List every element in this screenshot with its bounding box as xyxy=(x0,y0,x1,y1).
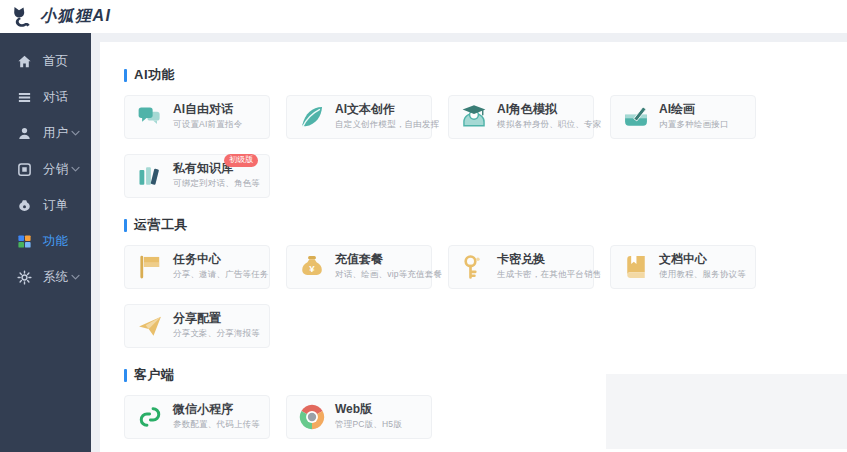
card-web-version[interactable]: Web版 管理PC版、H5版 xyxy=(286,395,432,439)
card-subtitle: 管理PC版、H5版 xyxy=(335,419,402,431)
card-knowledge-base[interactable]: 私有知识库初级版 可绑定到对话、角色等 xyxy=(124,154,270,198)
flag-icon xyxy=(136,253,164,281)
sidebar-item-label: 系统 xyxy=(43,269,68,286)
doc-book-icon xyxy=(622,253,650,281)
card-card-key-redeem[interactable]: 卡密兑换 生成卡密，在其他平台销售 xyxy=(448,245,594,289)
card-texts: 文档中心 使用教程、服务协议等 xyxy=(659,253,746,281)
card-subtitle: 分享文案、分享海报等 xyxy=(173,328,260,340)
paper-plane-icon xyxy=(136,312,164,340)
logo-area: 小狐狸AI xyxy=(10,5,112,29)
card-texts: 充值套餐 对话、绘画、vip等充值套餐 xyxy=(335,253,431,281)
card-subtitle: 可绑定到对话、角色等 xyxy=(173,178,260,190)
card-title: Web版 xyxy=(335,403,372,416)
distribution-icon xyxy=(17,162,32,177)
home-icon xyxy=(17,54,32,69)
sidebar-item-label: 对话 xyxy=(43,89,68,106)
order-bag-icon xyxy=(17,198,32,213)
sidebar-item-system[interactable]: 系统 xyxy=(0,259,91,295)
card-title: 文档中心 xyxy=(659,253,707,266)
section-title-text: AI功能 xyxy=(134,66,175,84)
card-grid: AI自由对话 可设置AI前置指令 AI文本创作 自定义创作模型，自由发挥 AI角… xyxy=(124,95,772,198)
sidebar-item-label: 功能 xyxy=(43,233,68,250)
svg-text:¥: ¥ xyxy=(309,263,315,274)
card-texts: 微信小程序 参数配置、代码上传等 xyxy=(173,403,260,431)
card-texts: 私有知识库初级版 可绑定到对话、角色等 xyxy=(173,162,260,190)
sidebar-nav: 首页 对话 用户 分销 订单 功能 系统 xyxy=(0,43,91,295)
section-title-bar xyxy=(124,219,127,232)
card-title: AI文本创作 xyxy=(335,103,395,116)
fox-logo-icon xyxy=(10,5,34,29)
card-subtitle: 内置多种绘画接口 xyxy=(659,119,729,131)
books-icon xyxy=(136,162,164,190)
sidebar-item-label: 分销 xyxy=(43,161,68,178)
card-subtitle: 可设置AI前置指令 xyxy=(173,119,242,131)
card-share-config[interactable]: 分享配置 分享文案、分享海报等 xyxy=(124,304,270,348)
card-text-creation[interactable]: AI文本创作 自定义创作模型，自由发挥 xyxy=(286,95,432,139)
card-texts: AI绘画 内置多种绘画接口 xyxy=(659,103,729,131)
sidebar-item-label: 订单 xyxy=(43,197,68,214)
card-subtitle: 参数配置、代码上传等 xyxy=(173,419,260,431)
card-role-play[interactable]: AI角色模拟 模拟各种身份、职位、专家 xyxy=(448,95,594,139)
sidebar: 首页 对话 用户 分销 订单 功能 系统 xyxy=(0,33,91,452)
quill-icon xyxy=(298,103,326,131)
card-subtitle: 分享、邀请、广告等任务 xyxy=(173,269,269,281)
chevron-down-icon xyxy=(71,274,80,281)
card-title: AI自由对话 xyxy=(173,103,233,116)
sidebar-item-users[interactable]: 用户 xyxy=(0,115,91,151)
section: 运营工具 任务中心 分享、邀请、广告等任务 ¥ 充值套餐 对话、绘画、vip等充… xyxy=(124,218,847,348)
card-badge: 初级版 xyxy=(224,154,258,167)
miniprogram-icon xyxy=(136,403,164,431)
card-subtitle: 自定义创作模型，自由发挥 xyxy=(335,119,431,131)
chevron-down-icon xyxy=(71,130,80,137)
section-title-bar xyxy=(124,369,127,382)
card-title: 充值套餐 xyxy=(335,253,383,266)
paint-brush-icon xyxy=(622,103,650,131)
section-title-text: 客户端 xyxy=(134,366,175,384)
section-title: AI功能 xyxy=(124,68,847,82)
card-subtitle: 模拟各种身份、职位、专家 xyxy=(497,119,593,131)
card-subtitle: 使用教程、服务协议等 xyxy=(659,269,746,281)
card-title: 分享配置 xyxy=(173,312,221,325)
app-header: 小狐狸AI xyxy=(0,0,847,33)
user-icon xyxy=(17,126,32,141)
sidebar-item-distribution[interactable]: 分销 xyxy=(0,151,91,187)
sidebar-item-label: 首页 xyxy=(43,53,68,70)
card-recharge-packages[interactable]: ¥ 充值套餐 对话、绘画、vip等充值套餐 xyxy=(286,245,432,289)
app-title: 小狐狸AI xyxy=(40,6,112,27)
features-grid-icon xyxy=(17,234,32,249)
chrome-icon xyxy=(298,403,326,431)
card-free-chat[interactable]: AI自由对话 可设置AI前置指令 xyxy=(124,95,270,139)
card-subtitle: 对话、绘画、vip等充值套餐 xyxy=(335,269,431,281)
card-texts: 任务中心 分享、邀请、广告等任务 xyxy=(173,253,269,281)
bottom-right-panel xyxy=(606,374,847,449)
section-title: 运营工具 xyxy=(124,218,847,232)
card-wechat-miniprogram[interactable]: 微信小程序 参数配置、代码上传等 xyxy=(124,395,270,439)
card-title: 微信小程序 xyxy=(173,403,233,416)
card-subtitle: 生成卡密，在其他平台销售 xyxy=(497,269,593,281)
card-texts: 卡密兑换 生成卡密，在其他平台销售 xyxy=(497,253,593,281)
card-task-center[interactable]: 任务中心 分享、邀请、广告等任务 xyxy=(124,245,270,289)
section-title-bar xyxy=(124,69,127,82)
chevron-down-icon xyxy=(71,166,80,173)
card-texts: Web版 管理PC版、H5版 xyxy=(335,403,402,431)
section: AI功能 AI自由对话 可设置AI前置指令 AI文本创作 自定义创作模型，自由发… xyxy=(124,68,847,198)
card-texts: AI角色模拟 模拟各种身份、职位、专家 xyxy=(497,103,593,131)
money-bag-icon: ¥ xyxy=(298,253,326,281)
key-icon xyxy=(460,253,488,281)
card-grid: 任务中心 分享、邀请、广告等任务 ¥ 充值套餐 对话、绘画、vip等充值套餐 卡… xyxy=(124,245,772,348)
chat-bubbles-icon xyxy=(136,103,164,131)
card-texts: AI自由对话 可设置AI前置指令 xyxy=(173,103,242,131)
role-graduate-icon xyxy=(460,103,488,131)
card-painting[interactable]: AI绘画 内置多种绘画接口 xyxy=(610,95,756,139)
card-title: AI角色模拟 xyxy=(497,103,557,116)
sidebar-item-home[interactable]: 首页 xyxy=(0,43,91,79)
card-title: AI绘画 xyxy=(659,103,695,116)
card-doc-center[interactable]: 文档中心 使用教程、服务协议等 xyxy=(610,245,756,289)
sidebar-item-orders[interactable]: 订单 xyxy=(0,187,91,223)
section-title-text: 运营工具 xyxy=(134,216,188,234)
card-title: 任务中心 xyxy=(173,253,221,266)
sidebar-item-features[interactable]: 功能 xyxy=(0,223,91,259)
sidebar-item-label: 用户 xyxy=(43,125,68,142)
sidebar-item-chat[interactable]: 对话 xyxy=(0,79,91,115)
card-title: 私有知识库初级版 xyxy=(173,162,233,175)
